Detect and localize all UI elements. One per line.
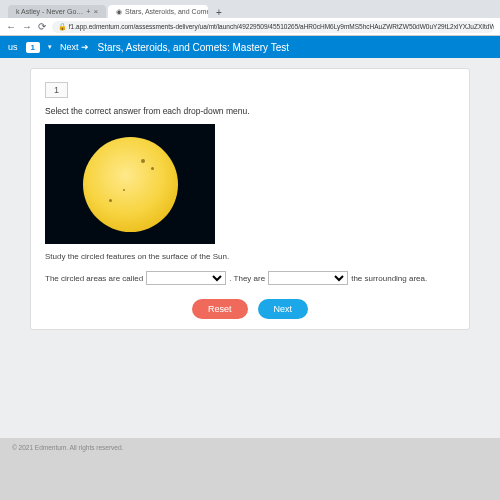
- sentence-part-2: . They are: [229, 274, 265, 283]
- question-instruction: Select the correct answer from each drop…: [45, 106, 455, 116]
- next-button[interactable]: Next: [258, 299, 309, 319]
- arrow-right-icon: ➜: [81, 42, 89, 52]
- url-text: f1.app.edmentum.com/assessments-delivery…: [69, 23, 494, 30]
- tab-plus-icon[interactable]: +: [86, 8, 90, 15]
- sunspot: [151, 167, 154, 170]
- sentence-part-3: the surrounding area.: [351, 274, 427, 283]
- dropdown-feature-name[interactable]: [146, 271, 226, 285]
- sentence-part-1: The circled areas are called: [45, 274, 143, 283]
- tab-title: k Astley - Never Go…: [16, 8, 83, 15]
- tab-title: Stars, Asteroids, and Comets: M…: [125, 8, 208, 15]
- app-header: us 1 ▾ Next ➜ Stars, Asteroids, and Come…: [0, 36, 500, 58]
- question-card: 1 Select the correct answer from each dr…: [30, 68, 470, 330]
- fill-in-sentence: The circled areas are called . They are …: [45, 271, 455, 285]
- close-icon[interactable]: ×: [93, 7, 98, 16]
- footer-copyright: © 2021 Edmentum. All rights reserved.: [0, 438, 500, 457]
- lock-icon: 🔒: [58, 23, 67, 30]
- reset-button[interactable]: Reset: [192, 299, 248, 319]
- next-label: Next: [60, 42, 79, 52]
- globe-icon: ◉: [116, 8, 122, 16]
- sunspot: [123, 189, 125, 191]
- new-tab-button[interactable]: +: [210, 7, 228, 18]
- url-field[interactable]: 🔒 f1.app.edmentum.com/assessments-delive…: [52, 21, 494, 33]
- back-icon[interactable]: ←: [6, 21, 16, 32]
- image-caption: Study the circled features on the surfac…: [45, 252, 455, 261]
- chevron-down-icon[interactable]: ▾: [48, 43, 52, 51]
- sunspot: [109, 199, 112, 202]
- browser-address-bar: ← → ⟳ 🔒 f1.app.edmentum.com/assessments-…: [0, 18, 500, 36]
- sun-disc: [83, 137, 178, 232]
- dropdown-comparison[interactable]: [268, 271, 348, 285]
- browser-tab-1[interactable]: k Astley - Never Go… + ×: [8, 5, 106, 18]
- page-title: Stars, Asteroids, and Comets: Mastery Te…: [97, 42, 289, 53]
- question-number-box: 1: [45, 82, 68, 98]
- content-area: 1 Select the correct answer from each dr…: [0, 58, 500, 438]
- sunspot: [141, 159, 145, 163]
- button-row: Reset Next: [45, 299, 455, 319]
- current-question-number: 1: [26, 42, 40, 53]
- status-label: us: [8, 42, 18, 52]
- browser-tab-strip: k Astley - Never Go… + × ◉ Stars, Astero…: [0, 0, 500, 18]
- browser-tab-2[interactable]: ◉ Stars, Asteroids, and Comets: M… ×: [108, 5, 208, 18]
- forward-icon[interactable]: →: [22, 21, 32, 32]
- reload-icon[interactable]: ⟳: [38, 21, 46, 32]
- header-next-button[interactable]: Next ➜: [60, 42, 90, 52]
- sun-image: [45, 124, 215, 244]
